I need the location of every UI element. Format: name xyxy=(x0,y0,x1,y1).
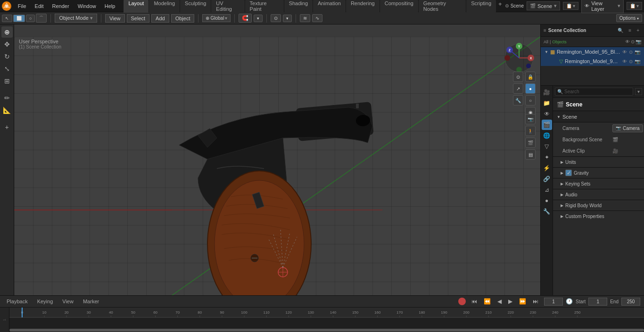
prop-output-icon[interactable]: 📁 xyxy=(542,98,552,108)
menu-window[interactable]: Window xyxy=(74,2,100,10)
record-btn[interactable] xyxy=(458,298,466,305)
tool-annotate[interactable]: ✏ xyxy=(1,92,13,104)
engine-selector[interactable]: ⚙ Scene xyxy=(505,3,524,8)
select-circle-btn[interactable]: ○ xyxy=(26,15,35,22)
play-reverse-btn[interactable]: ◀ xyxy=(495,297,504,306)
walkthrough-btn[interactable]: 🚶 xyxy=(525,126,536,136)
tab-geometry-nodes[interactable]: Geometry Nodes xyxy=(419,0,466,13)
marker-menu[interactable]: Marker xyxy=(80,298,102,305)
view-menu[interactable]: View xyxy=(59,298,76,305)
new-scene-btn[interactable]: 📋 ▾ xyxy=(563,2,578,10)
filter-objects[interactable]: Objects xyxy=(552,40,567,44)
tab-uv-editing[interactable]: UV Editing xyxy=(211,0,244,13)
viewport-snap-toggle[interactable]: 🔧 xyxy=(513,95,523,105)
prop-data-icon[interactable]: ⊿ xyxy=(542,185,552,195)
clock-icon[interactable]: 🕐 xyxy=(566,298,573,305)
outliner-eye-1[interactable]: 👁 xyxy=(622,59,627,64)
tool-transform[interactable]: ⊞ xyxy=(1,75,13,87)
outliner-render-1[interactable]: 📷 xyxy=(635,59,640,64)
jump-start-btn[interactable]: ⏮ xyxy=(469,297,480,306)
camera-lock-btn[interactable]: 🎬 xyxy=(525,138,536,148)
props-filter-btn[interactable]: ▾ xyxy=(635,88,642,95)
tool-scale[interactable]: ⤡ xyxy=(1,63,13,74)
prop-modifier-icon[interactable]: 🔧 xyxy=(542,206,552,217)
tool-cursor[interactable]: ⊕ xyxy=(1,26,13,38)
prop-material-icon[interactable]: ● xyxy=(542,195,552,206)
select-menu-btn[interactable]: Select xyxy=(127,14,150,23)
menu-render[interactable]: Render xyxy=(49,2,73,10)
prop-scene-icon[interactable]: 🎬 xyxy=(542,120,552,130)
filter-btn[interactable]: ≋ xyxy=(300,14,310,22)
select-box-btn[interactable]: ⬜ xyxy=(13,15,25,22)
snap-options[interactable]: ▾ xyxy=(254,15,263,22)
props-search-container[interactable]: 🔍 Search xyxy=(555,88,633,96)
object-mode-selector[interactable]: Object Mode ▾ xyxy=(55,14,97,23)
outliner-filter-btn[interactable]: 🔍 xyxy=(616,27,625,33)
viewport-shading-material[interactable]: ○ xyxy=(525,95,536,105)
viewport[interactable]: User Perspective (1) Scene Collection xyxy=(14,24,540,295)
prop-physics-icon[interactable]: ⚡ xyxy=(542,163,552,173)
filter-eye-icon[interactable]: 👁 xyxy=(625,39,630,44)
tab-rendering[interactable]: Rendering xyxy=(346,0,380,13)
tab-sculpting[interactable]: Sculpting xyxy=(180,0,211,13)
gravity-checkbox[interactable]: ✓ xyxy=(565,170,572,176)
scene-selector[interactable]: 🎬 Scene ▾ xyxy=(527,1,560,10)
outliner-row-0[interactable]: ▦ Remington_Model_95_Black... 👁 ⊙ 📷 xyxy=(541,47,644,57)
viewport-lock-btn[interactable]: 🔒 xyxy=(525,72,536,82)
next-keyframe-btn[interactable]: ⏩ xyxy=(516,297,529,306)
start-frame-input[interactable]: 1 xyxy=(588,298,607,306)
camera-value[interactable]: 📷 Camera xyxy=(612,124,643,132)
tool-add[interactable]: + xyxy=(1,121,13,133)
region-overlap-btn[interactable]: ▤ xyxy=(525,149,536,160)
tab-scripting[interactable]: Scripting xyxy=(466,0,496,13)
object-menu-btn[interactable]: Object xyxy=(171,14,195,23)
prop-constraints-icon[interactable]: 🔗 xyxy=(542,174,552,184)
current-frame-input[interactable]: 1 xyxy=(544,298,563,306)
timeline-scrollbar[interactable] xyxy=(9,328,644,332)
outliner-new-btn[interactable]: + xyxy=(635,27,641,33)
transform-orientation[interactable]: ⊕ Global ▾ xyxy=(202,14,231,22)
tab-layout[interactable]: Layout xyxy=(124,0,149,13)
options-btn[interactable]: Options ▾ xyxy=(616,14,642,22)
audio-row[interactable]: Audio xyxy=(553,189,644,200)
viewport-shading-btn[interactable]: ● xyxy=(525,83,536,94)
proportional-edit[interactable]: ⊙ xyxy=(271,14,281,22)
keying-menu[interactable]: Keying xyxy=(34,298,56,305)
filter-all[interactable]: All xyxy=(544,40,548,44)
view-menu-btn[interactable]: View xyxy=(105,14,125,23)
menu-edit[interactable]: Edit xyxy=(31,2,48,10)
prop-world-icon[interactable]: 🌐 xyxy=(542,130,552,141)
tab-compositing[interactable]: Compositing xyxy=(380,0,418,13)
prop-render-icon[interactable]: 🎥 xyxy=(542,87,552,97)
rigid-body-world-row[interactable]: Rigid Body World xyxy=(553,200,644,211)
tab-modeling[interactable]: Modeling xyxy=(149,0,180,13)
camera-btn[interactable]: 📷 xyxy=(525,114,536,124)
custom-props-row[interactable]: Custom Properties xyxy=(553,211,644,221)
gravity-row[interactable]: ✓ Gravity xyxy=(553,168,644,178)
tool-move[interactable]: ✥ xyxy=(1,39,13,50)
add-menu-btn[interactable]: Add xyxy=(151,14,169,23)
outliner-select-0[interactable]: ⊙ xyxy=(629,49,633,55)
outliner-render-0[interactable]: 📷 xyxy=(635,49,640,55)
tab-texture-paint[interactable]: Texture Paint xyxy=(245,0,284,13)
filter-render-icon[interactable]: 📷 xyxy=(636,39,641,44)
keying-sets-row[interactable]: Keying Sets xyxy=(553,178,644,189)
scene-section-header[interactable]: Scene xyxy=(553,111,644,122)
filter2-btn[interactable]: ∿ xyxy=(312,14,322,22)
outliner-eye-0[interactable]: 👁 xyxy=(622,49,627,55)
tool-rotate[interactable]: ↻ xyxy=(1,51,13,62)
menu-help[interactable]: Help xyxy=(101,2,119,10)
new-view-layer-btn[interactable]: 📋 ▾ xyxy=(627,2,642,10)
tab-animation[interactable]: Animation xyxy=(313,0,346,13)
playback-menu[interactable]: Playback xyxy=(4,298,31,305)
prop-object-icon[interactable]: ▽ xyxy=(542,141,552,152)
tab-shading[interactable]: Shading xyxy=(284,0,313,13)
add-workspace-btn[interactable]: + xyxy=(496,0,504,13)
filter-select-icon[interactable]: ⊙ xyxy=(631,39,635,44)
prev-keyframe-btn[interactable]: ⏪ xyxy=(481,297,494,306)
snap-toggle[interactable]: 🧲 xyxy=(239,14,252,23)
prop-particles-icon[interactable]: ✦ xyxy=(542,152,552,162)
jump-end-btn[interactable]: ⏭ xyxy=(530,297,541,306)
viewport-overlay-toggle[interactable]: ⊙ xyxy=(513,72,523,82)
outliner-sort-btn[interactable]: ≡ xyxy=(627,27,633,33)
